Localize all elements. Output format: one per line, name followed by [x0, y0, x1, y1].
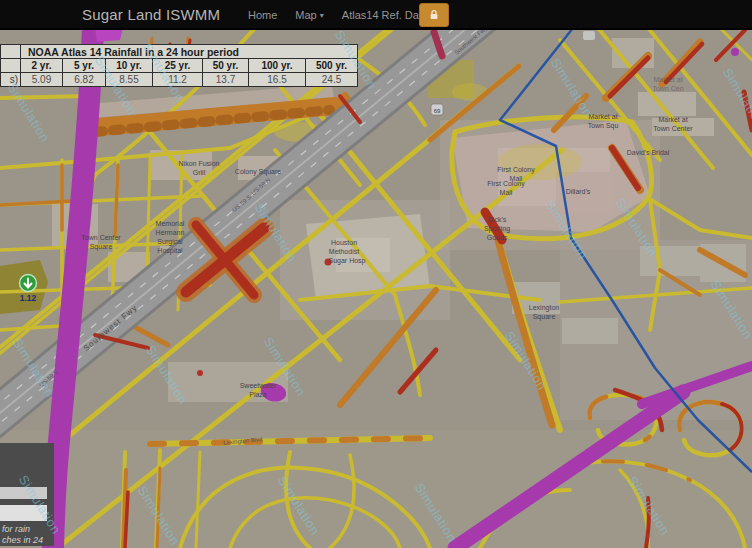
- table-header-row: 2 yr. 5 yr. 10 yr. 25 yr. 50 yr. 100 yr.…: [1, 59, 358, 73]
- col-100yr: 100 yr.: [249, 59, 306, 73]
- svg-text:Houston: Houston: [331, 239, 357, 246]
- rainfall-table: NOAA Atlas 14 Rainfall in a 24 hour peri…: [0, 44, 358, 87]
- lock-button[interactable]: [419, 3, 449, 27]
- svg-text:Nikon Fusion: Nikon Fusion: [179, 160, 220, 167]
- chevron-down-icon: ▾: [320, 11, 324, 20]
- nav-atlas14-ref-data[interactable]: Atlas14 Ref. Data: [342, 9, 428, 21]
- svg-text:Hospital: Hospital: [157, 247, 183, 255]
- dialog-fragment: for rain ches in 24: [0, 443, 54, 546]
- svg-text:Dick's: Dick's: [488, 216, 507, 223]
- svg-text:Mall: Mall: [500, 189, 513, 196]
- svg-text:Methodist: Methodist: [329, 248, 359, 255]
- svg-text:David's Bridal: David's Bridal: [627, 149, 670, 156]
- row-label-fragment: s): [1, 73, 21, 87]
- svg-text:Market at: Market at: [588, 113, 617, 120]
- table-values-row: s) 5.09 6.82 8.55 11.2 13.7 16.5 24.5: [1, 73, 358, 87]
- val-100yr: 16.5: [249, 73, 306, 87]
- svg-text:Town Center: Town Center: [81, 234, 121, 241]
- app-title: Sugar Land ISWMM: [82, 6, 220, 23]
- lock-icon: [428, 9, 440, 21]
- panel-input-2[interactable]: [0, 505, 47, 521]
- map-badge: [583, 31, 595, 40]
- nav-home[interactable]: Home: [248, 9, 277, 21]
- svg-text:Sporting: Sporting: [484, 225, 510, 233]
- svg-text:Market at: Market at: [653, 76, 682, 83]
- map-marker[interactable]: 1.12: [20, 275, 37, 304]
- app-header: Sugar Land ISWMM Home Map ▾ Atlas14 Ref.…: [0, 0, 752, 30]
- marker-value-label: 1.12: [20, 293, 37, 303]
- nav-map-dropdown[interactable]: Map ▾: [295, 9, 323, 21]
- table-title: NOAA Atlas 14 Rainfall in a 24 hour peri…: [21, 45, 358, 59]
- svg-text:Memorial: Memorial: [156, 220, 185, 227]
- svg-text:Plaza: Plaza: [249, 391, 267, 398]
- svg-text:Square: Square: [90, 243, 113, 251]
- svg-text:Grill: Grill: [193, 169, 206, 176]
- val-5yr: 6.82: [63, 73, 106, 87]
- svg-text:First Colony: First Colony: [487, 180, 525, 188]
- panel-text-line-2: ches in 24: [2, 535, 43, 545]
- col-5yr: 5 yr.: [63, 59, 106, 73]
- svg-text:Town Squ: Town Squ: [588, 122, 619, 130]
- svg-text:First Colony: First Colony: [497, 166, 535, 174]
- map-canvas[interactable]: 69 Colony Square Nikon Fusion Grill Memo…: [0, 28, 752, 548]
- svg-text:Hermann: Hermann: [156, 229, 185, 236]
- panel-input-1[interactable]: [0, 487, 47, 499]
- svg-text:Sugar Hosp: Sugar Hosp: [329, 257, 366, 265]
- val-2yr: 5.09: [21, 73, 63, 87]
- svg-text:Surgical: Surgical: [157, 238, 183, 246]
- svg-text:Market at: Market at: [658, 116, 687, 123]
- val-500yr: 24.5: [306, 73, 358, 87]
- svg-text:Colony Square: Colony Square: [235, 168, 281, 176]
- val-25yr: 11.2: [153, 73, 203, 87]
- col-50yr: 50 yr.: [203, 59, 249, 73]
- svg-text:Town Center: Town Center: [653, 125, 693, 132]
- col-25yr: 25 yr.: [153, 59, 203, 73]
- col-500yr: 500 yr.: [306, 59, 358, 73]
- val-50yr: 13.7: [203, 73, 249, 87]
- svg-text:69: 69: [434, 108, 441, 114]
- main-nav: Home Map ▾ Atlas14 Ref. Data: [248, 9, 428, 21]
- svg-text:Goods: Goods: [487, 234, 508, 241]
- app-window: Sugar Land ISWMM Home Map ▾ Atlas14 Ref.…: [0, 0, 752, 548]
- svg-text:Square: Square: [533, 313, 556, 321]
- svg-text:Town Cen: Town Cen: [652, 85, 683, 92]
- svg-text:Lexington: Lexington: [529, 304, 559, 312]
- svg-text:Sweetwater: Sweetwater: [240, 382, 277, 389]
- col-2yr: 2 yr.: [21, 59, 63, 73]
- svg-text:Dillard's: Dillard's: [566, 188, 591, 195]
- panel-text-line-1: for rain: [2, 524, 30, 534]
- val-10yr: 8.55: [106, 73, 153, 87]
- col-10yr: 10 yr.: [106, 59, 153, 73]
- table-title-row: NOAA Atlas 14 Rainfall in a 24 hour peri…: [1, 45, 358, 59]
